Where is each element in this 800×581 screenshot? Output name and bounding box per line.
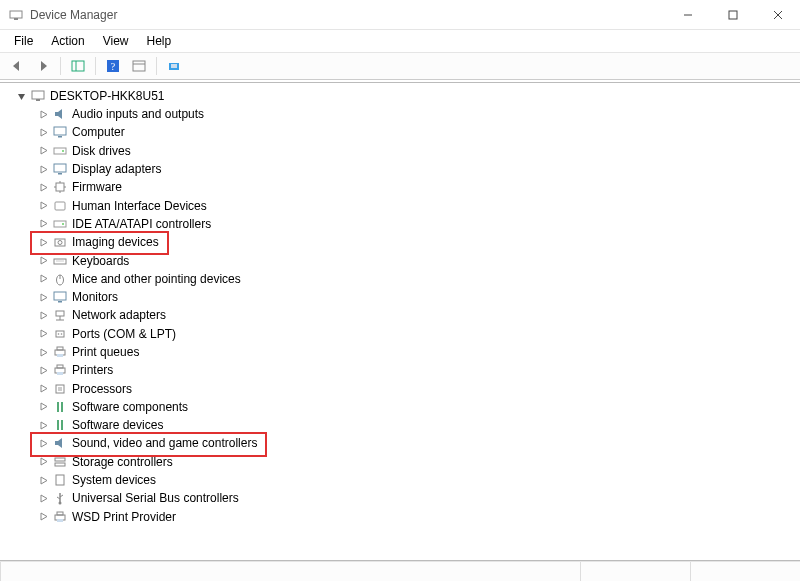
titlebar: Device Manager <box>0 0 800 30</box>
chevron-right-icon[interactable] <box>36 254 50 268</box>
chevron-right-icon[interactable] <box>36 199 50 213</box>
menu-file[interactable]: File <box>6 32 41 50</box>
chevron-right-icon[interactable] <box>36 144 50 158</box>
tree-item[interactable]: Software devices <box>36 416 800 434</box>
tree-item[interactable]: Processors <box>36 379 800 397</box>
minimize-button[interactable] <box>665 0 710 30</box>
chevron-right-icon[interactable] <box>36 162 50 176</box>
chevron-right-icon[interactable] <box>36 217 50 231</box>
tree-item[interactable]: Ports (COM & LPT) <box>36 325 800 343</box>
tree-item[interactable]: WSD Print Provider <box>36 508 800 526</box>
menu-help[interactable]: Help <box>139 32 180 50</box>
svg-rect-18 <box>54 148 66 154</box>
close-button[interactable] <box>755 0 800 30</box>
tree-item[interactable]: Audio inputs and outputs <box>36 105 800 123</box>
svg-rect-64 <box>57 512 63 515</box>
svg-rect-56 <box>55 458 65 461</box>
device-tree[interactable]: DESKTOP-HKK8U51 Audio inputs and outputs… <box>0 82 800 561</box>
chevron-right-icon[interactable] <box>36 327 50 341</box>
svg-point-60 <box>59 502 62 505</box>
tree-item[interactable]: Printers <box>36 361 800 379</box>
menu-view[interactable]: View <box>95 32 137 50</box>
keyboard-icon <box>52 253 68 269</box>
chevron-right-icon[interactable] <box>36 180 50 194</box>
storage-icon <box>52 454 68 470</box>
chevron-right-icon[interactable] <box>36 473 50 487</box>
tree-item[interactable]: Keyboards <box>36 251 800 269</box>
menubar: File Action View Help <box>0 30 800 52</box>
menu-action[interactable]: Action <box>43 32 92 50</box>
chevron-right-icon[interactable] <box>36 400 50 414</box>
chevron-right-icon[interactable] <box>36 308 50 322</box>
chevron-right-icon[interactable] <box>36 125 50 139</box>
tree-item[interactable]: Mice and other pointing devices <box>36 270 800 288</box>
tree-item[interactable]: Storage controllers <box>36 453 800 471</box>
tree-item-label: Software components <box>72 400 188 414</box>
printer-icon <box>52 344 68 360</box>
tree-item[interactable]: Imaging devices <box>36 233 800 251</box>
help-button[interactable]: ? <box>102 55 124 77</box>
properties-button[interactable] <box>128 55 150 77</box>
tree-item[interactable]: Universal Serial Bus controllers <box>36 489 800 507</box>
chevron-right-icon[interactable] <box>36 107 50 121</box>
forward-button[interactable] <box>32 55 54 77</box>
svg-rect-65 <box>57 519 63 522</box>
chevron-right-icon[interactable] <box>36 455 50 469</box>
tree-item-label: Sound, video and game controllers <box>72 436 257 450</box>
svg-rect-21 <box>58 173 62 175</box>
tree-item[interactable]: Sound, video and game controllers <box>36 434 800 452</box>
chevron-right-icon[interactable] <box>36 272 50 286</box>
chevron-right-icon[interactable] <box>36 345 50 359</box>
maximize-button[interactable] <box>710 0 755 30</box>
svg-rect-57 <box>55 463 65 466</box>
tree-item[interactable]: Network adapters <box>36 306 800 324</box>
usb-icon <box>52 490 68 506</box>
svg-rect-13 <box>171 64 177 68</box>
svg-rect-49 <box>57 372 63 375</box>
chevron-right-icon[interactable] <box>36 363 50 377</box>
tree-item[interactable]: Monitors <box>36 288 800 306</box>
printer-icon <box>52 509 68 525</box>
tree-item[interactable]: System devices <box>36 471 800 489</box>
toolbar-separator <box>95 57 96 75</box>
svg-rect-28 <box>54 221 66 227</box>
svg-point-19 <box>62 150 64 152</box>
chevron-right-icon[interactable] <box>36 491 50 505</box>
tree-item[interactable]: Firmware <box>36 178 800 196</box>
svg-rect-45 <box>57 347 63 350</box>
tree-item-label: Universal Serial Bus controllers <box>72 491 239 505</box>
chevron-right-icon[interactable] <box>36 382 50 396</box>
chevron-down-icon[interactable] <box>14 89 28 103</box>
chevron-right-icon[interactable] <box>36 235 50 249</box>
tree-item[interactable]: Disk drives <box>36 142 800 160</box>
mouse-icon <box>52 271 68 287</box>
tree-item-label: Computer <box>72 125 125 139</box>
chevron-right-icon[interactable] <box>36 436 50 450</box>
tree-item-label: Human Interface Devices <box>72 199 207 213</box>
tree-item[interactable]: Computer <box>36 123 800 141</box>
network-icon <box>52 307 68 323</box>
tree-item-label: Imaging devices <box>72 235 159 249</box>
svg-rect-16 <box>54 127 66 135</box>
tree-item-label: Audio inputs and outputs <box>72 107 204 121</box>
svg-rect-46 <box>57 354 63 357</box>
tree-item[interactable]: Human Interface Devices <box>36 196 800 214</box>
component-icon <box>52 417 68 433</box>
svg-rect-51 <box>58 387 62 391</box>
tree-item[interactable]: Print queues <box>36 343 800 361</box>
tree-root[interactable]: DESKTOP-HKK8U51 <box>0 87 800 105</box>
speaker-icon <box>52 106 68 122</box>
svg-rect-3 <box>729 11 737 19</box>
chevron-right-icon[interactable] <box>36 290 50 304</box>
chevron-right-icon[interactable] <box>36 510 50 524</box>
scan-hardware-button[interactable] <box>163 55 185 77</box>
chevron-right-icon[interactable] <box>36 418 50 432</box>
svg-point-29 <box>62 223 64 225</box>
tree-item[interactable]: Display adapters <box>36 160 800 178</box>
show-hide-tree-button[interactable] <box>67 55 89 77</box>
svg-rect-15 <box>36 99 40 101</box>
tree-item-label: Mice and other pointing devices <box>72 272 241 286</box>
tree-item[interactable]: Software components <box>36 398 800 416</box>
tree-item[interactable]: IDE ATA/ATAPI controllers <box>36 215 800 233</box>
back-button[interactable] <box>6 55 28 77</box>
